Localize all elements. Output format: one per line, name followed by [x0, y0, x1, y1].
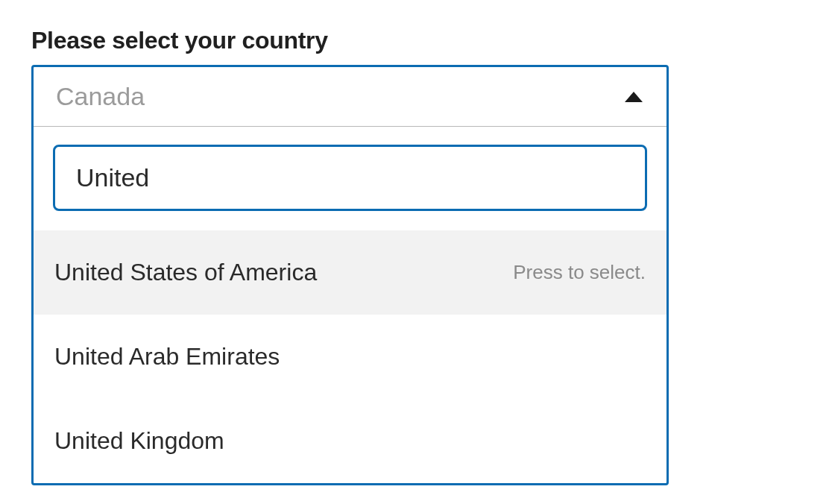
combobox-dropdown: United States of America Press to select… — [34, 127, 666, 483]
option-label: United States of America — [54, 259, 317, 286]
field-label: Please select your country — [31, 27, 801, 54]
option-label: United Arab Emirates — [54, 343, 280, 371]
caret-up-icon — [625, 92, 643, 102]
country-combobox[interactable]: Canada United States of America Press to… — [31, 65, 669, 485]
option-label: United Kingdom — [54, 427, 224, 455]
combobox-option[interactable]: United States of America Press to select… — [34, 230, 666, 315]
combobox-option[interactable]: United Arab Emirates — [34, 315, 666, 399]
combobox-option[interactable]: United Kingdom — [34, 399, 666, 483]
combobox-search-input[interactable] — [53, 145, 647, 211]
option-hint: Press to select. — [513, 261, 646, 284]
combobox-header[interactable]: Canada — [34, 67, 666, 126]
combobox-selected-value: Canada — [56, 82, 145, 111]
